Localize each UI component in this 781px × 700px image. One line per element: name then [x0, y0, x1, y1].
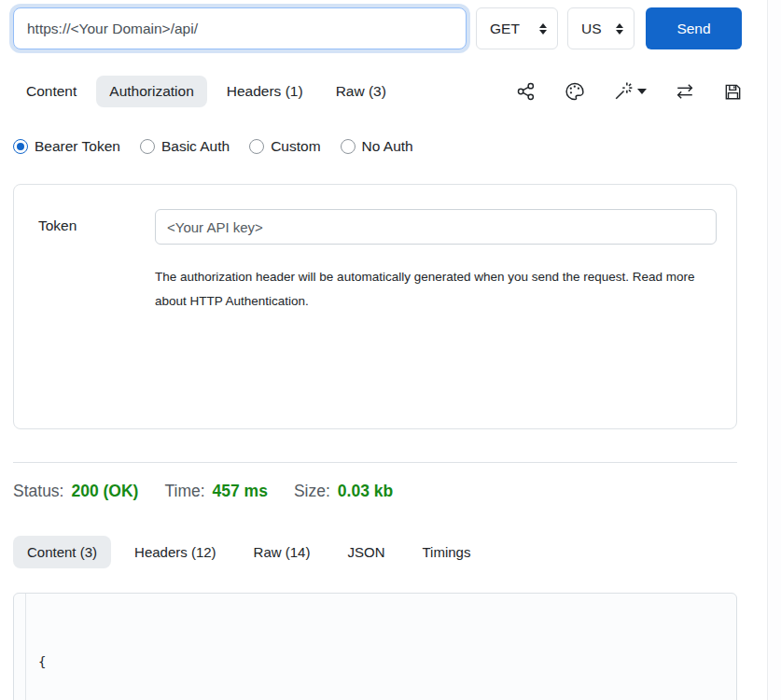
token-help-line1: The authorization header will be automat…	[155, 265, 717, 289]
time-label: Time:	[164, 482, 204, 501]
request-bar: GET US Send	[13, 7, 755, 49]
response-tab-timings[interactable]: Timings	[408, 536, 484, 568]
region-select[interactable]: US	[567, 7, 635, 49]
status-value: 200 (OK)	[71, 482, 138, 501]
tab-authorization[interactable]: Authorization	[96, 76, 206, 107]
radio-label: Basic Auth	[161, 138, 230, 155]
response-tabs-row: Content (3) Headers (12) Raw (14) JSON T…	[13, 536, 755, 568]
response-tab-json[interactable]: JSON	[333, 536, 398, 568]
response-tab-content[interactable]: Content (3)	[13, 536, 111, 568]
save-icon[interactable]	[723, 82, 743, 102]
size-summary: Size: 0.03 kb	[294, 482, 393, 501]
response-summary: Status: 200 (OK) Time: 457 ms Size: 0.03…	[13, 482, 755, 501]
url-input[interactable]	[13, 7, 467, 49]
token-label: Token	[38, 209, 155, 428]
response-json-viewer[interactable]: { "message": "API running." }	[25, 594, 736, 700]
radio-icon	[140, 139, 155, 154]
magic-wand-dropdown-icon[interactable]	[613, 81, 647, 102]
radio-custom[interactable]: Custom	[249, 138, 320, 155]
radio-label: Custom	[271, 138, 320, 155]
radio-no-auth[interactable]: No Auth	[341, 138, 413, 155]
token-panel: Token The authorization header will be a…	[13, 184, 737, 429]
response-body-card: { "message": "API running." }	[13, 593, 737, 700]
size-label: Size:	[294, 482, 330, 501]
radio-icon	[341, 139, 356, 154]
section-divider	[13, 462, 737, 463]
radio-selected-icon	[13, 139, 28, 154]
status-label: Status:	[13, 482, 63, 501]
send-button[interactable]: Send	[646, 7, 742, 49]
token-help-line2: about HTTP Authentication.	[155, 289, 717, 314]
toolbar	[516, 81, 755, 102]
token-help-text: The authorization header will be automat…	[155, 265, 717, 314]
select-updown-icon	[616, 23, 623, 35]
time-value: 457 ms	[213, 482, 268, 501]
main-content: GET US Send Content Authorization Header…	[0, 0, 768, 700]
radio-label: Bearer Token	[35, 138, 120, 155]
radio-basic-auth[interactable]: Basic Auth	[140, 138, 230, 155]
tab-headers[interactable]: Headers (1)	[214, 76, 316, 107]
swap-arrows-icon[interactable]	[675, 81, 695, 102]
share-icon[interactable]	[516, 81, 537, 102]
chevron-down-icon	[637, 89, 647, 94]
time-summary: Time: 457 ms	[164, 482, 267, 501]
method-select-value: GET	[490, 21, 520, 37]
auth-type-group: Bearer Token Basic Auth Custom No Auth	[13, 138, 755, 155]
response-tab-raw[interactable]: Raw (14)	[240, 536, 325, 568]
request-tabs-row: Content Authorization Headers (1) Raw (3…	[13, 76, 755, 107]
page-edge-strip	[768, 0, 781, 700]
region-select-value: US	[581, 21, 602, 37]
token-input[interactable]	[155, 209, 717, 245]
palette-icon[interactable]	[565, 81, 585, 102]
tab-content[interactable]: Content	[13, 76, 90, 107]
response-tab-headers[interactable]: Headers (12)	[120, 536, 230, 568]
status-summary: Status: 200 (OK)	[13, 482, 138, 501]
page-edge-line	[767, 0, 768, 700]
radio-bearer-token[interactable]: Bearer Token	[13, 138, 120, 155]
radio-icon	[249, 139, 264, 154]
method-select[interactable]: GET	[476, 7, 558, 49]
radio-label: No Auth	[362, 138, 413, 155]
select-updown-icon	[539, 23, 547, 35]
tab-raw[interactable]: Raw (3)	[323, 76, 399, 107]
token-field-area: The authorization header will be automat…	[155, 209, 717, 428]
size-value: 0.03 kb	[338, 482, 393, 501]
json-open-brace: {	[38, 651, 736, 674]
